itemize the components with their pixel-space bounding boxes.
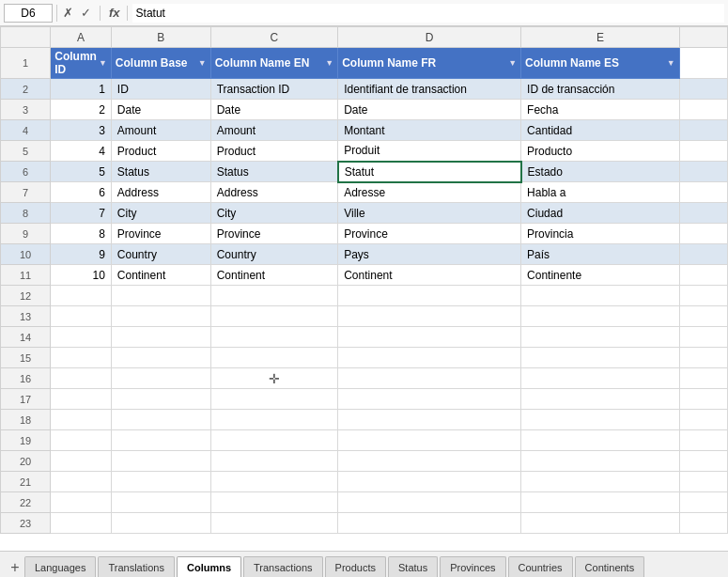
cell-4-d[interactable]: Montant: [338, 120, 521, 141]
header-cell-col-id[interactable]: Column ID ▼: [51, 48, 112, 79]
cell-12-c[interactable]: [210, 286, 337, 306]
cell-19-c[interactable]: [210, 430, 337, 451]
cell-2-c[interactable]: Transaction ID: [210, 79, 337, 100]
cell-14-c[interactable]: [210, 327, 337, 348]
sheet-tab-transactions[interactable]: Transactions: [243, 556, 323, 577]
cell-15-b[interactable]: [111, 348, 210, 368]
col-header-a[interactable]: A: [51, 27, 112, 48]
cell-2-b[interactable]: ID: [111, 79, 210, 100]
cell-12-d[interactable]: [338, 286, 521, 306]
cell-16-f[interactable]: [679, 368, 727, 389]
sheet-tab-status[interactable]: Status: [388, 556, 438, 577]
col-header-b[interactable]: B: [111, 27, 210, 48]
cell-12-f[interactable]: [679, 286, 727, 306]
cell-7-f[interactable]: [679, 182, 727, 203]
cell-20-e[interactable]: [521, 451, 680, 472]
cell-3-e[interactable]: Fecha: [521, 100, 680, 120]
cell-5-f[interactable]: [679, 141, 727, 162]
col-name-en-dropdown-icon[interactable]: ▼: [325, 58, 333, 68]
sheet-tab-translations[interactable]: Translations: [98, 556, 175, 577]
cell-8-c[interactable]: City: [210, 203, 337, 224]
cell-17-c[interactable]: [210, 389, 337, 410]
cell-6-d[interactable]: Statut: [338, 162, 521, 182]
cell-7-b[interactable]: Address: [111, 182, 210, 203]
cell-17-b[interactable]: [111, 389, 210, 410]
cell-21-f[interactable]: [679, 472, 727, 492]
col-header-d[interactable]: D: [338, 27, 521, 48]
cell-13-b[interactable]: [111, 306, 210, 327]
cell-13-c[interactable]: [210, 306, 337, 327]
cell-14-a[interactable]: [51, 327, 112, 348]
cell-20-f[interactable]: [679, 451, 727, 472]
cell-20-b[interactable]: [111, 451, 210, 472]
cell-7-c[interactable]: Address: [210, 182, 337, 203]
cell-19-b[interactable]: [111, 430, 210, 451]
cell-21-b[interactable]: [111, 472, 210, 492]
cell-15-f[interactable]: [679, 348, 727, 368]
cell-16-e[interactable]: [521, 368, 680, 389]
cell-21-c[interactable]: [210, 472, 337, 492]
cell-13-a[interactable]: [51, 306, 112, 327]
cell-10-a[interactable]: 9: [51, 244, 112, 265]
cell-11-c[interactable]: Continent: [210, 265, 337, 286]
col-name-es-dropdown-icon[interactable]: ▼: [667, 58, 675, 68]
cell-6-a[interactable]: 5: [51, 162, 112, 182]
cell-11-d[interactable]: Continent: [338, 265, 521, 286]
sheet-tab-countries[interactable]: Countries: [508, 556, 573, 577]
cell-5-b[interactable]: Product: [111, 141, 210, 162]
cell-20-a[interactable]: [51, 451, 112, 472]
cell-23-d[interactable]: [338, 513, 521, 534]
cell-18-b[interactable]: [111, 410, 210, 430]
cell-6-e[interactable]: Estado: [521, 162, 680, 182]
col-header-e[interactable]: E: [521, 27, 680, 48]
sheet-tab-provinces[interactable]: Provinces: [440, 556, 505, 577]
cell-18-f[interactable]: [679, 410, 727, 430]
cell-10-f[interactable]: [679, 244, 727, 265]
cell-reference-box[interactable]: D6: [4, 4, 53, 23]
cell-22-e[interactable]: [521, 492, 680, 513]
cell-6-b[interactable]: Status: [111, 162, 210, 182]
cell-2-f[interactable]: [679, 79, 727, 100]
sheet-tab-columns[interactable]: Columns: [177, 556, 241, 577]
cell-22-a[interactable]: [51, 492, 112, 513]
cell-4-f[interactable]: [679, 120, 727, 141]
cell-23-a[interactable]: [51, 513, 112, 534]
cell-17-f[interactable]: [679, 389, 727, 410]
add-sheet-button[interactable]: +: [6, 558, 24, 577]
cell-18-e[interactable]: [521, 410, 680, 430]
function-icon[interactable]: fx: [107, 6, 122, 20]
header-cell-col-name-es[interactable]: Column Name ES ▼: [521, 48, 680, 79]
cell-3-d[interactable]: Date: [338, 100, 521, 120]
cell-14-b[interactable]: [111, 327, 210, 348]
cell-1-f[interactable]: [679, 48, 727, 79]
cell-11-e[interactable]: Continente: [521, 265, 680, 286]
cell-18-a[interactable]: [51, 410, 112, 430]
cell-15-d[interactable]: [338, 348, 521, 368]
cell-2-e[interactable]: ID de transacción: [521, 79, 680, 100]
cell-14-d[interactable]: [338, 327, 521, 348]
cell-5-c[interactable]: Product: [210, 141, 337, 162]
cell-10-d[interactable]: Pays: [338, 244, 521, 265]
cell-15-c[interactable]: [210, 348, 337, 368]
col-header-f[interactable]: [679, 27, 727, 48]
cell-22-b[interactable]: [111, 492, 210, 513]
cell-23-c[interactable]: [210, 513, 337, 534]
cell-23-e[interactable]: [521, 513, 680, 534]
cell-7-d[interactable]: Adresse: [338, 182, 521, 203]
cell-8-a[interactable]: 7: [51, 203, 112, 224]
cell-8-d[interactable]: Ville: [338, 203, 521, 224]
cell-11-f[interactable]: [679, 265, 727, 286]
cell-5-a[interactable]: 4: [51, 141, 112, 162]
cell-11-b[interactable]: Continent: [111, 265, 210, 286]
cell-16-c[interactable]: ✛: [210, 368, 337, 389]
cell-13-e[interactable]: [521, 306, 680, 327]
cell-19-d[interactable]: [338, 430, 521, 451]
header-cell-col-base[interactable]: Column Base ▼: [111, 48, 210, 79]
sheet-tab-languages[interactable]: Languages: [24, 556, 96, 577]
cell-7-a[interactable]: 6: [51, 182, 112, 203]
cell-15-a[interactable]: [51, 348, 112, 368]
cell-22-c[interactable]: [210, 492, 337, 513]
cell-5-d[interactable]: Produit: [338, 141, 521, 162]
cell-11-a[interactable]: 10: [51, 265, 112, 286]
cell-18-c[interactable]: [210, 410, 337, 430]
